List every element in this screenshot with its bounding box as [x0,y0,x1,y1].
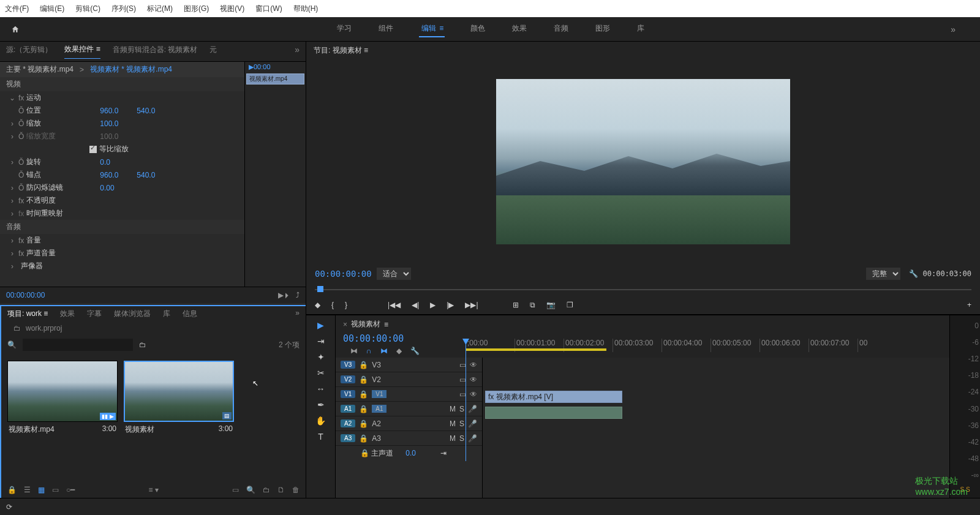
ws-library[interactable]: 库 [636,21,646,37]
add-marker-button[interactable]: ◆ [315,301,320,309]
tab-captions[interactable]: 字幕 [87,309,102,319]
home-button[interactable] [0,17,31,42]
program-fit-select[interactable]: 适合 [377,268,411,280]
tab-metadata-cut[interactable]: 元 [209,45,217,59]
ws-color[interactable]: 颜色 [469,21,486,37]
sequence-name[interactable]: 视频素材 [351,319,380,329]
tab-effect-controls[interactable]: 效果控件 ≡ [64,44,100,59]
tab-effects[interactable]: 效果 [60,309,75,319]
find-icon[interactable]: 🔍 [246,486,255,494]
wrench-icon[interactable]: 🔧 [909,269,918,278]
menu-window[interactable]: 窗口(W) [255,4,282,14]
menu-help[interactable]: 帮助(H) [293,4,318,14]
ripple-tool[interactable]: ✦ [317,352,325,362]
tab-source[interactable]: 源:（无剪辑） [6,45,52,59]
pen-tool[interactable]: ✒ [317,400,325,410]
ws-edit[interactable]: 编辑 ≡ [419,21,445,37]
ws-graphics[interactable]: 图形 [594,21,611,37]
goto-out-button[interactable]: ▶▶| [465,301,478,309]
type-tool[interactable]: T [318,432,323,442]
freeform-view-icon[interactable]: ▭ [52,486,59,494]
tab-library[interactable]: 库 [163,309,170,319]
project-thumb[interactable]: ▤ [124,361,234,422]
lift-button[interactable]: ⊞ [513,301,519,309]
project-search-input[interactable] [23,339,133,351]
effect-sub-label[interactable]: 视频素材 * 视频素材.mp4 [90,64,172,75]
ws-effects[interactable]: 效果 [511,21,528,37]
write-lock-icon[interactable]: 🔒 [7,486,17,494]
program-timecode[interactable]: 00:00:00:00 [315,269,372,279]
source-tabs-more[interactable]: » [295,45,300,58]
magnet-icon[interactable]: ∩ [366,347,372,355]
settings-icon[interactable]: 🔧 [410,347,420,355]
icon-view-icon[interactable]: ▦ [38,486,45,494]
menu-file[interactable]: 文件(F) [5,4,29,14]
effect-mini-timeline[interactable]: ▶00:00 视频素材.mp4 [244,62,306,287]
ws-audio[interactable]: 音频 [552,21,570,37]
razor-tool[interactable]: ✂ [317,368,325,378]
master-track[interactable]: 🔒 主声道0.0⇥ [336,446,482,461]
project-item[interactable]: ▮▮ ▶ 视频素材.mp43:00 [7,361,118,437]
menu-edit[interactable]: 编辑(E) [40,4,64,14]
step-back-button[interactable]: ◀| [412,301,419,309]
effect-timecode[interactable]: 00:00:00:00 [6,291,45,299]
ws-learn[interactable]: 学习 [336,21,353,37]
slip-tool[interactable]: ↔ [317,384,325,394]
ws-assembly[interactable]: 组件 [377,21,394,37]
track-a3[interactable]: A3🔒A3MS🎤 [336,431,482,446]
video-clip[interactable]: fx视频素材.mp4 [V] [485,391,622,403]
add-button[interactable]: + [967,301,971,309]
tab-media-browser[interactable]: 媒体浏览器 [114,309,151,319]
track-select-tool[interactable]: ⇥ [317,336,325,346]
uniform-scale-checkbox[interactable] [89,146,97,153]
hand-tool[interactable]: ✋ [315,416,326,426]
menu-view[interactable]: 视图(V) [220,4,244,14]
effect-loop-icon[interactable]: ▶⏵ [278,291,291,299]
sort-icon[interactable]: ≡ ▾ [148,486,158,494]
menu-clip[interactable]: 剪辑(C) [75,4,100,14]
timeline-ruler[interactable]: ;00:00 00:00:01:00 00:00:02:00 00:00:03:… [466,339,942,352]
mark-out-button[interactable]: } [345,301,347,309]
track-v1[interactable]: V1🔒V1▭👁 [336,387,482,402]
tab-project[interactable]: 项目: work ≡ [7,309,48,319]
play-button[interactable]: ▶ [430,301,435,309]
track-v3[interactable]: V3🔒V3▭👁 [336,358,482,372]
menu-sequence[interactable]: 序列(S) [111,4,136,14]
delete-icon[interactable]: 🗑 [292,486,300,494]
program-tab[interactable]: 节目: 视频素材 ≡ [306,42,980,59]
comparison-button[interactable]: ❐ [567,301,573,309]
track-a1[interactable]: A1🔒A1MS🎤 [336,402,482,416]
effect-export-icon[interactable]: ⤴ [296,291,300,299]
tab-info[interactable]: 信息 [183,309,197,319]
audio-clip[interactable] [485,407,622,419]
project-thumb[interactable]: ▮▮ ▶ [7,361,118,422]
bin-icon[interactable]: 🗀 [139,340,146,349]
track-v2[interactable]: V2🔒V2▭👁 [336,372,482,387]
extract-button[interactable]: ⧉ [530,301,535,309]
export-frame-button[interactable]: 📷 [546,301,556,309]
link-icon[interactable]: ⧓ [380,347,388,355]
ws-more-button[interactable]: » [951,24,980,34]
timeline-timecode[interactable]: 00:00:00:00 [343,333,466,344]
goto-in-button[interactable]: |◀◀ [388,301,401,309]
menu-graphics[interactable]: 图形(G) [184,4,209,14]
list-view-icon[interactable]: ☰ [24,486,31,494]
new-item-icon[interactable]: 🗋 [277,486,285,494]
mark-in-button[interactable]: { [331,301,334,309]
new-bin-icon[interactable]: 🗀 [263,486,270,494]
project-tabs-more[interactable]: » [295,309,300,319]
sync-icon[interactable]: ⟳ [6,503,12,511]
selection-tool[interactable]: ▶ [317,320,324,330]
track-a2[interactable]: A2🔒A2MS🎤 [336,416,482,431]
program-scrubber[interactable] [315,284,971,296]
program-quality-select[interactable]: 完整 [866,268,900,280]
marker-icon[interactable]: ◆ [396,347,402,355]
auto-match-icon[interactable]: ▭ [232,486,239,494]
project-item-selected[interactable]: ▤ 视频素材3:00 [124,361,234,437]
zoom-slider-icon[interactable]: ○━ [66,486,75,494]
menu-marker[interactable]: 标记(M) [147,4,173,14]
close-icon[interactable]: × [343,320,347,329]
timeline-track-area[interactable]: fx视频素材.mp4 [V] [483,358,949,498]
work-area-bar[interactable] [466,348,606,351]
playhead-icon[interactable] [317,286,323,292]
